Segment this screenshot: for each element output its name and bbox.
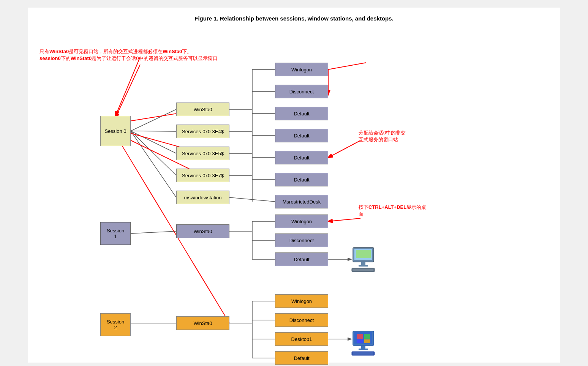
desktop1-s2-box: Desktop1 — [275, 332, 328, 346]
winlogon-s0-box: Winlogon — [275, 63, 328, 76]
default-s0-box: Default — [275, 107, 328, 120]
svg-rect-51 — [357, 334, 363, 339]
computer-icon-s1 — [351, 247, 379, 275]
svg-line-1 — [131, 131, 176, 131]
default-s3e7-box: Default — [275, 173, 328, 186]
computer-icon-s2 — [351, 330, 379, 358]
winsta0-session1-box: WinSta0 — [176, 224, 229, 238]
svg-line-16 — [229, 197, 275, 202]
svg-rect-52 — [364, 334, 370, 339]
default-s3e4-box: Default — [275, 129, 328, 142]
svg-rect-44 — [356, 250, 371, 258]
default-s2-box: Default — [275, 351, 328, 365]
default-s1-box: Default — [275, 252, 328, 266]
page-container: Figure 1. Relationship between sessions,… — [28, 8, 560, 363]
svg-line-2 — [131, 131, 176, 153]
svg-rect-54 — [364, 339, 370, 343]
svg-rect-58 — [353, 352, 373, 355]
session2-box: Session2 — [100, 313, 131, 336]
svg-line-32 — [115, 57, 140, 116]
winsta0-session2-box: WinSta0 — [176, 316, 229, 330]
diagram-area: Session 0 Session1 Session2 WinSta0 Serv… — [40, 28, 548, 355]
svg-line-0 — [131, 109, 176, 131]
top-annotation: 只有WinSta0是可见窗口站，所有的交互式进程都必须在WinSta0下。 se… — [40, 48, 218, 62]
svg-rect-55 — [361, 345, 365, 349]
svg-line-3 — [131, 131, 176, 175]
svg-rect-56 — [359, 349, 368, 350]
winlogon-s2-box: Winlogon — [275, 294, 328, 308]
winsta0-session0-box: WinSta0 — [176, 103, 229, 116]
mswindowstation-box: mswindowstation — [176, 191, 229, 204]
svg-rect-48 — [353, 269, 373, 271]
svg-line-4 — [131, 131, 176, 197]
disconnect-s2-box: Disconnect — [275, 313, 328, 327]
ctrl-alt-del-annotation: 按下CTRL+ALT+DEL显示的桌面 — [359, 204, 427, 218]
services3e7-box: Services-0x0-3E7$ — [176, 169, 229, 182]
svg-line-17 — [131, 231, 176, 233]
services3e4-box: Services-0x0-3E4$ — [176, 125, 229, 138]
session1-box: Session1 — [100, 222, 131, 245]
svg-line-36 — [328, 140, 360, 158]
winlogon-s1-box: Winlogon — [275, 215, 328, 228]
figure-title: Figure 1. Relationship between sessions,… — [40, 15, 548, 22]
svg-rect-46 — [359, 265, 368, 267]
svg-line-37 — [328, 218, 360, 221]
msrestricted-box: MsrestrictedDesk — [275, 195, 328, 208]
non-interactive-annotation: 分配给会话0中的非交互式服务的窗口站 — [359, 129, 408, 143]
svg-rect-45 — [361, 262, 365, 265]
svg-line-33 — [115, 65, 140, 118]
services3e5-box: Services-0x0-3E5$ — [176, 147, 229, 160]
disconnect-s1-box: Disconnect — [275, 233, 328, 247]
session0-box: Session 0 — [100, 116, 131, 146]
svg-rect-53 — [357, 339, 363, 343]
disconnect-s0-box: Disconnect — [275, 85, 328, 98]
default-s3e5-box: Default — [275, 151, 328, 164]
svg-line-34 — [328, 63, 366, 69]
